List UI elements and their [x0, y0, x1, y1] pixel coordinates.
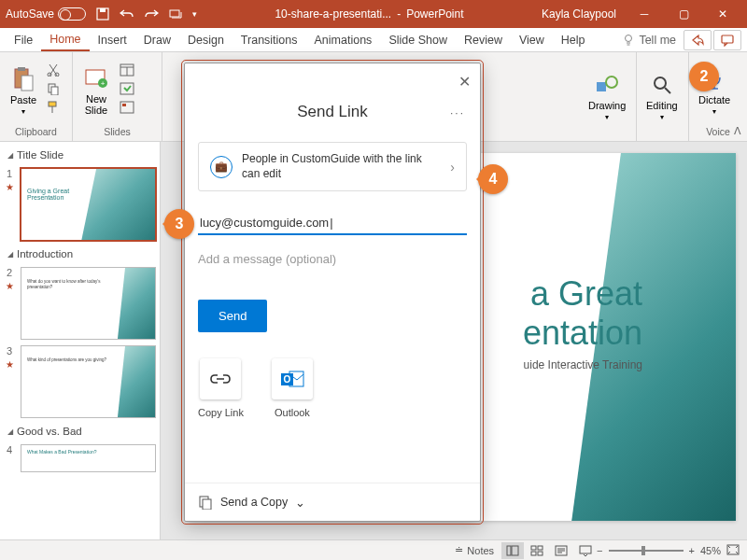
drawing-group[interactable]: Drawing▾: [583, 70, 631, 123]
message-input[interactable]: Add a message (optional): [198, 252, 467, 266]
svg-rect-33: [512, 546, 518, 555]
svg-point-3: [626, 35, 632, 41]
section-header[interactable]: Title Slide: [4, 147, 156, 162]
section-icon[interactable]: [120, 101, 136, 118]
slide-thumbnails-panel: Title Slide 1★ Giving a Great Presentati…: [0, 142, 161, 539]
tab-home[interactable]: Home: [41, 28, 89, 51]
svg-rect-24: [122, 104, 126, 106]
dialog-title: Send Link: [185, 103, 480, 121]
user-name[interactable]: Kayla Claypool: [542, 7, 616, 21]
svg-rect-22: [120, 83, 134, 94]
section-header[interactable]: Good vs. Bad: [4, 424, 156, 439]
link-settings-button[interactable]: 💼 People in CustomGuide with the link ca…: [198, 142, 467, 191]
dialog-menu-icon[interactable]: ···: [450, 106, 465, 119]
svg-rect-9: [21, 76, 33, 91]
callout-badge: 4: [478, 164, 508, 194]
callout-badge: 2: [689, 62, 719, 91]
tab-review[interactable]: Review: [456, 28, 511, 51]
briefcase-icon: 💼: [210, 156, 233, 178]
svg-rect-1: [100, 8, 106, 12]
slide-thumbnail[interactable]: 1★ Giving a Great Presentation: [4, 168, 156, 241]
notes-button[interactable]: ≐Notes: [447, 544, 501, 556]
undo-icon[interactable]: [120, 7, 134, 21]
find-icon: [649, 72, 675, 98]
svg-rect-8: [18, 67, 25, 71]
share-button[interactable]: [684, 30, 712, 50]
tab-view[interactable]: View: [511, 28, 553, 51]
filename: 10-share-a-presentati...: [275, 7, 391, 21]
format-painter-icon[interactable]: [47, 101, 63, 118]
svg-rect-14: [49, 102, 56, 106]
slides-group-label: Slides: [77, 126, 158, 139]
slideshow-view-icon[interactable]: [574, 542, 597, 559]
animation-indicator-icon: ★: [6, 182, 14, 192]
tab-animations[interactable]: Animations: [306, 28, 381, 51]
tab-design[interactable]: Design: [179, 28, 233, 51]
outlook-icon: O: [272, 358, 313, 399]
autosave-toggle[interactable]: AutoSave: [6, 7, 86, 21]
save-icon[interactable]: [95, 7, 110, 21]
reading-view-icon[interactable]: [550, 542, 572, 559]
ribbon-tabs: File Home Insert Draw Design Transitions…: [0, 28, 747, 52]
svg-rect-32: [507, 546, 511, 555]
svg-rect-6: [722, 35, 733, 43]
restore-button[interactable]: ▢: [665, 0, 702, 28]
start-from-beginning-icon[interactable]: [168, 7, 183, 21]
svg-rect-34: [531, 546, 536, 550]
svg-rect-13: [51, 87, 58, 95]
editing-group[interactable]: Editing▾: [641, 70, 684, 123]
svg-point-10: [48, 73, 51, 77]
svg-rect-23: [120, 102, 134, 113]
animation-indicator-icon: ★: [6, 359, 14, 370]
share-icon: [691, 34, 704, 47]
normal-view-icon[interactable]: [501, 542, 524, 559]
section-header[interactable]: Introduction: [4, 246, 156, 261]
slide-thumbnail[interactable]: 3★ What kind of presentations are you gi…: [4, 345, 156, 418]
svg-rect-36: [531, 552, 536, 555]
minimize-button[interactable]: ─: [626, 0, 663, 28]
outlook-button[interactable]: O Outlook: [272, 358, 313, 418]
redo-icon[interactable]: [144, 7, 159, 21]
chevron-down-icon: ⌄: [295, 496, 305, 510]
tab-file[interactable]: File: [6, 28, 41, 51]
fit-to-window-icon[interactable]: [726, 544, 740, 557]
collapse-ribbon-icon[interactable]: ᐱ: [734, 125, 741, 137]
email-input[interactable]: lucy@customguide.com: [198, 212, 467, 235]
tab-slideshow[interactable]: Slide Show: [380, 28, 456, 51]
copy-link-button[interactable]: Copy Link: [198, 358, 244, 418]
close-dialog-button[interactable]: ✕: [458, 73, 471, 91]
titlebar: AutoSave ▾ 10-share-a-presentati... - Po…: [0, 0, 747, 28]
tab-help[interactable]: Help: [553, 28, 594, 51]
slide-thumbnail[interactable]: 2★ What do you want to know after today'…: [4, 267, 156, 340]
chevron-right-icon: ›: [450, 160, 455, 175]
send-button[interactable]: Send: [198, 300, 267, 332]
copy-icon[interactable]: [47, 82, 63, 99]
cut-icon[interactable]: [47, 63, 63, 80]
shapes-icon: [594, 72, 620, 98]
paste-icon: [10, 66, 36, 92]
close-button[interactable]: ✕: [704, 0, 741, 28]
reset-icon[interactable]: [120, 82, 136, 99]
slide-sorter-view-icon[interactable]: [526, 542, 548, 559]
callout-badge: 3: [164, 209, 194, 239]
quick-access-toolbar: ▾: [95, 7, 197, 21]
tab-insert[interactable]: Insert: [90, 28, 135, 51]
svg-rect-48: [203, 499, 211, 510]
lightbulb-icon: [622, 34, 635, 47]
tab-transitions[interactable]: Transitions: [233, 28, 306, 51]
new-slide-button[interactable]: + New Slide: [77, 63, 116, 118]
comments-button[interactable]: [713, 30, 741, 50]
paste-button[interactable]: Paste ▾: [4, 64, 43, 118]
slide-thumbnail[interactable]: 4 What Makes a Bad Presentation?: [4, 444, 156, 472]
send-copy-button[interactable]: Send a Copy ⌄: [185, 483, 480, 521]
zoom-level: 45%: [700, 545, 721, 556]
svg-text:O: O: [284, 374, 291, 385]
tab-draw[interactable]: Draw: [135, 28, 179, 51]
comment-icon: [721, 34, 734, 47]
zoom-control[interactable]: −+ 45%: [597, 544, 740, 557]
statusbar: ≐Notes −+ 45%: [0, 539, 747, 560]
layout-icon[interactable]: [120, 63, 136, 80]
send-copy-icon: [198, 495, 213, 510]
svg-point-27: [655, 77, 666, 89]
tell-me-search[interactable]: Tell me: [622, 34, 676, 47]
